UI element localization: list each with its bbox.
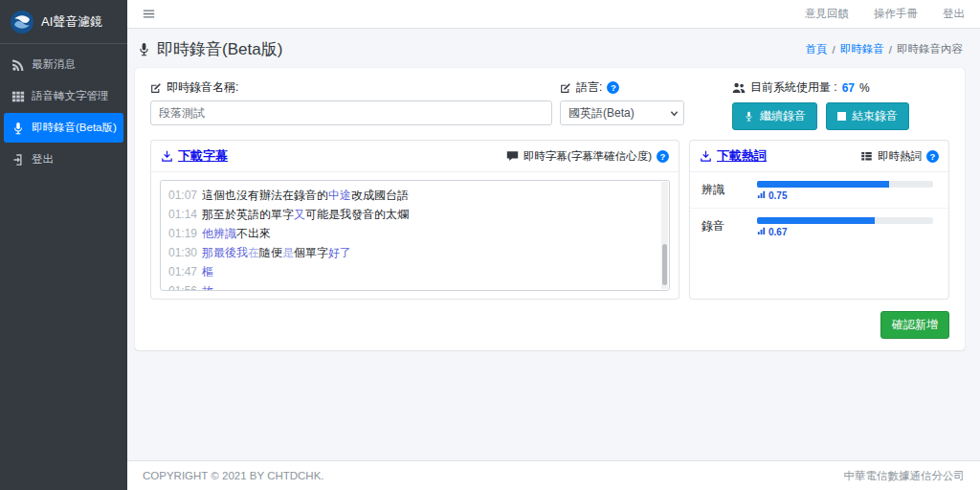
navbar-link-0[interactable]: 意見回饋 — [805, 7, 849, 21]
language-help-icon[interactable]: ? — [607, 81, 619, 94]
recording-name-field: 即時錄音名稱: — [150, 79, 552, 125]
subtitle-panel-header: 下載字幕 即時字幕(字幕準確信心度) ? — [151, 141, 679, 172]
form-row: 即時錄音名稱: 語言: ? 國英語(Beta) — [150, 79, 949, 130]
subtitle-text-segment: 中途 — [328, 189, 351, 202]
download-icon — [161, 150, 173, 163]
recording-name-input[interactable] — [150, 100, 552, 125]
mic-icon — [11, 122, 25, 135]
copyright-text: COPYRIGHT © 2021 BY CHTDCHK. — [143, 470, 324, 481]
hotword-panel-caption: 即時熱詞 ? — [860, 149, 939, 164]
chart-icon — [757, 227, 766, 237]
card-footer: 確認新增 — [150, 311, 949, 339]
subtitle-text-segment: 這個也沒有辦法在錄音的 — [202, 189, 328, 202]
hotword-panel-header: 下載熱詞 即時熱詞 ? — [690, 141, 948, 172]
subtitle-text-segment: 在 — [248, 246, 259, 259]
main-card: 即時錄音名稱: 語言: ? 國英語(Beta) — [135, 68, 965, 350]
content-area: 即時錄音(Beta版) 首頁/即時錄音/即時錄音內容 即時錄音名稱: — [127, 29, 980, 460]
pencil-square-icon — [560, 82, 571, 94]
brand-title: AI聲音濾鏡 — [41, 13, 102, 31]
page-title: 即時錄音(Beta版) — [137, 38, 282, 60]
grid-icon — [11, 90, 25, 103]
list-icon — [860, 150, 873, 162]
subtitle-list[interactable]: 01:07這個也沒有辦法在錄音的中途改成國台語01:14那至於英語的單字又可能是… — [160, 180, 670, 291]
top-navbar: 意見回饋操作手冊登出 — [127, 0, 980, 29]
subtitle-line: 01:47樞 — [168, 262, 654, 281]
scrollbar-track[interactable] — [661, 182, 668, 289]
company-text: 中華電信數據通信分公司 — [844, 469, 966, 483]
subtitle-text-segment: 故 — [202, 284, 213, 291]
subtitle-text-segment: 他辨識 — [202, 227, 236, 240]
subtitle-line: 01:30那最後我在隨便是個單字好了 — [168, 243, 654, 262]
hotword-label: 辨識 — [702, 181, 757, 198]
breadcrumb-separator: / — [889, 44, 892, 56]
sidebar-item[interactable]: 最新消息 — [4, 50, 123, 79]
breadcrumb-item: 即時錄音內容 — [897, 42, 963, 56]
download-icon — [700, 150, 712, 163]
comment-icon — [506, 150, 519, 162]
brand[interactable]: AI聲音濾鏡 — [0, 0, 127, 44]
sidebar-item-label: 即時錄音(Beta版) — [32, 121, 117, 135]
breadcrumb-item[interactable]: 即時錄音 — [840, 42, 884, 56]
subtitle-text-segment: 不出來 — [236, 227, 271, 240]
record-buttons: 繼續錄音 結束錄音 — [732, 102, 909, 130]
page-header: 即時錄音(Beta版) 首頁/即時錄音/即時錄音內容 — [135, 36, 965, 68]
download-hotwords-link[interactable]: 下載熱詞 — [700, 147, 767, 165]
subtitle-text-segment: 改成國台語 — [351, 189, 409, 202]
subtitle-text-segment: 可能是我發音的太爛 — [305, 208, 409, 221]
stop-icon — [837, 112, 846, 121]
navbar-links: 意見回饋操作手冊登出 — [805, 7, 965, 21]
language-field: 語言: ? 國英語(Beta) — [560, 79, 684, 125]
subtitle-text-segment: 隨便 — [259, 246, 282, 259]
sidebar-item-label: 最新消息 — [32, 57, 76, 72]
subtitle-text-segment: 好了 — [328, 246, 351, 259]
navbar-link-1[interactable]: 操作手冊 — [874, 7, 918, 21]
download-subtitles-link[interactable]: 下載字幕 — [161, 147, 228, 165]
subtitle-text-segment: 是 — [282, 246, 294, 259]
hotword-label: 錄音 — [702, 217, 757, 234]
scrollbar-thumb[interactable] — [662, 244, 667, 285]
subtitle-text-segment: 那至於英語的單字 — [202, 208, 294, 221]
hotword-row: 錄音0.67 — [690, 209, 948, 244]
subtitle-panel-caption: 即時字幕(字幕準確信心度) ? — [506, 149, 669, 164]
sidebar: AI聲音濾鏡 最新消息語音轉文字管理即時錄音(Beta版)登出 — [0, 0, 127, 490]
chart-icon — [757, 190, 766, 201]
subtitle-help-icon[interactable]: ? — [657, 150, 669, 163]
usage-percent: 67 — [842, 81, 855, 95]
hotword-value: 0.75 — [768, 190, 787, 201]
pencil-square-icon — [150, 82, 162, 94]
chevron-down-icon — [670, 109, 679, 118]
hotword-help-icon[interactable]: ? — [926, 150, 939, 163]
sidebar-item-label: 語音轉文字管理 — [32, 89, 109, 103]
panels-row: 下載字幕 即時字幕(字幕準確信心度) ? 01:07這個也沒有辦法在錄音的中途改… — [150, 140, 949, 300]
subtitle-line: 01:14那至於英語的單字又可能是我發音的太爛 — [168, 205, 654, 224]
sidebar-item[interactable]: 登出 — [4, 145, 123, 174]
hotword-rows: 辨識0.75錄音0.67 — [690, 172, 948, 244]
subtitle-text-segment: 樞 — [202, 265, 213, 278]
navbar-link-2[interactable]: 登出 — [943, 7, 965, 21]
sidebar-item[interactable]: 語音轉文字管理 — [4, 81, 123, 111]
continue-recording-button[interactable]: 繼續錄音 — [732, 102, 817, 130]
app-root: AI聲音濾鏡 最新消息語音轉文字管理即時錄音(Beta版)登出 意見回饋操作手冊… — [0, 0, 980, 490]
subtitle-text-segment: 又 — [294, 208, 305, 221]
menu-toggle-icon[interactable] — [143, 8, 155, 20]
rss-icon — [11, 58, 25, 72]
hotword-value: 0.67 — [768, 227, 787, 237]
breadcrumb-separator: / — [833, 44, 835, 56]
subtitle-timestamp: 01:07 — [168, 189, 197, 202]
stop-recording-button[interactable]: 結束錄音 — [826, 102, 909, 130]
signout-icon — [11, 153, 25, 167]
main-column: 意見回饋操作手冊登出 即時錄音(Beta版) 首頁/即時錄音/即時錄音內容 即時… — [127, 0, 980, 490]
hotword-bar-fill — [757, 217, 875, 224]
brand-logo-icon — [10, 10, 34, 34]
system-usage: 目前系統使用量 : 67 % — [732, 79, 870, 96]
language-select[interactable]: 國英語(Beta) — [560, 100, 684, 125]
users-icon — [732, 82, 746, 94]
hotword-bar: 0.75 — [757, 181, 937, 201]
subtitle-panel: 下載字幕 即時字幕(字幕準確信心度) ? 01:07這個也沒有辦法在錄音的中途改… — [150, 140, 679, 300]
subtitle-timestamp: 01:19 — [168, 227, 197, 240]
confirm-add-button[interactable]: 確認新增 — [880, 311, 949, 339]
mic-icon — [744, 111, 754, 122]
sidebar-item[interactable]: 即時錄音(Beta版) — [4, 113, 123, 143]
breadcrumb-item[interactable]: 首頁 — [806, 42, 828, 56]
sidebar-menu: 最新消息語音轉文字管理即時錄音(Beta版)登出 — [0, 44, 127, 180]
